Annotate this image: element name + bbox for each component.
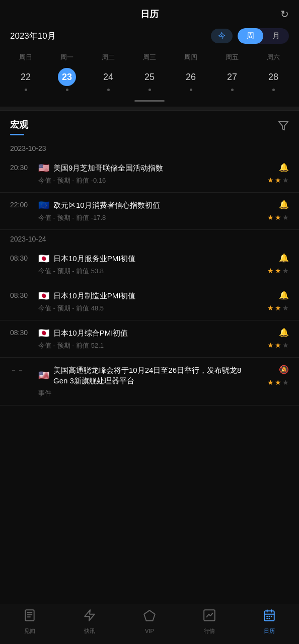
section-title-underline [10,134,24,135]
star-1: ★ [267,176,274,184]
event-time: 08:30 [10,290,32,299]
date-23[interactable]: 23 [46,66,88,93]
event-name: 日本10月服务业PMI初值 [53,253,253,264]
bell-icon[interactable]: 🔔 [279,200,289,209]
week-view-button[interactable]: 周 [238,28,263,44]
svg-marker-0 [279,122,288,130]
scroll-bar [134,100,165,102]
week-day-labels: 周日 周一 周二 周三 周四 周五 周六 [0,49,299,64]
bell-icon[interactable]: 🔔 [279,290,289,300]
month-controls: 今 周 月 [211,28,289,44]
today-button[interactable]: 今 [211,29,233,43]
date-27[interactable]: 27 [211,66,253,93]
star-2: ★ [275,267,281,275]
event-right: 🔔 ★ ★ ★ [259,328,289,349]
month-view-button[interactable]: 月 [263,28,289,44]
event-meta: 今值 - 预期 - 前值 -0.16 [38,176,253,185]
nav-label-market: 行情 [204,627,215,635]
event-body: 🇺🇸 美国9月芝加哥联储全国活动指数 今值 - 预期 - 前值 -0.16 [38,163,253,185]
diamond-icon [143,609,156,625]
event-time: 22:00 [10,200,32,209]
week-dates: 22 23 24 25 26 27 28 [0,64,299,98]
day-label-wed: 周三 [129,51,170,64]
dot-28 [272,89,275,91]
event-name: 日本10月综合PMI初值 [53,328,253,338]
month-label: 2023年10月 [10,30,56,42]
event-body: 🇯🇵 日本10月服务业PMI初值 今值 - 预期 - 前值 53.8 [38,253,253,276]
dot-25 [148,89,151,91]
nav-label-flash: 快讯 [84,627,95,635]
star-1: ★ [267,341,274,349]
date-22[interactable]: 22 [5,66,46,93]
event-meta: 今值 - 预期 - 前值 48.5 [38,304,253,313]
chart-icon [203,609,216,625]
event-right: 🔕 ★ ★ ★ [259,365,289,386]
event-meta: 今值 - 预期 - 前值 -17.8 [38,213,253,222]
date-24[interactable]: 24 [88,66,129,93]
event-name: 美国9月芝加哥联储全国活动指数 [53,163,253,173]
star-3: ★ [282,341,289,349]
event-item[interactable]: 08:30 🇯🇵 日本10月制造业PMI初值 今值 - 预期 - 前值 48.5… [0,283,299,320]
date-28[interactable]: 28 [253,66,294,93]
day-label-thu: 周四 [170,51,211,64]
date-separator-1: 2023-10-23 [0,139,299,155]
view-toggle: 周 月 [238,28,289,44]
date-separator-2: 2023-10-24 [0,230,299,246]
section-header: 宏观 [0,111,299,139]
nav-item-vip[interactable]: VIP [143,609,156,634]
section-title-wrap: 宏观 [10,119,28,135]
bell-icon[interactable]: 🔔 [279,253,289,263]
event-body: 🇺🇸 美国高通骁龙峰会将于10月24日至26日举行，发布骁龙8 Gen 3新旗舰… [38,365,253,398]
nav-item-news[interactable]: 见闻 [23,609,36,635]
event-item[interactable]: －－ 🇺🇸 美国高通骁龙峰会将于10月24日至26日举行，发布骁龙8 Gen 3… [0,358,299,406]
event-meta: 今值 - 预期 - 前值 53.8 [38,267,253,276]
event-item[interactable]: 20:30 🇺🇸 美国9月芝加哥联储全国活动指数 今值 - 预期 - 前值 -0… [0,155,299,193]
star-1: ★ [267,213,274,221]
bell-icon[interactable]: 🔔 [279,163,289,172]
nav-item-market[interactable]: 行情 [203,609,216,635]
star-2: ★ [275,304,281,312]
event-item[interactable]: 08:30 🇯🇵 日本10月服务业PMI初值 今值 - 预期 - 前值 53.8… [0,246,299,283]
star-2: ★ [275,378,281,386]
event-body: 🇯🇵 日本10月综合PMI初值 今值 - 预期 - 前值 52.1 [38,328,253,350]
bottom-nav: 见闻 快讯 VIP 行情 [0,604,299,644]
month-row: 2023年10月 今 周 月 [0,25,299,49]
date-25[interactable]: 25 [129,66,170,93]
refresh-icon[interactable]: ↻ [280,8,289,20]
nav-item-flash[interactable]: 快讯 [83,609,96,635]
filter-icon[interactable] [278,120,289,134]
day-label-sat: 周六 [253,51,294,64]
event-time: －－ [10,365,32,375]
bell-icon[interactable]: 🔔 [279,328,289,337]
star-3: ★ [282,378,289,386]
star-3: ★ [282,267,289,275]
stars: ★ ★ ★ [267,213,289,221]
stars: ★ ★ ★ [267,176,289,184]
bell-icon[interactable]: 🔕 [279,365,289,374]
star-3: ★ [282,304,289,312]
dot-27 [231,89,234,91]
star-1: ★ [267,304,274,312]
calendar-icon [263,609,276,625]
section-divider [0,107,299,111]
flag-eu: 🇪🇺 [38,201,49,210]
nav-item-calendar[interactable]: 日历 [263,609,276,635]
date-26[interactable]: 26 [170,66,211,93]
event-title-row: 🇺🇸 美国9月芝加哥联储全国活动指数 [38,163,253,173]
dot-23 [66,89,68,91]
event-body: 🇪🇺 欧元区10月消费者信心指数初值 今值 - 预期 - 前值 -17.8 [38,200,253,222]
event-right: 🔔 ★ ★ ★ [259,290,289,312]
flag-us: 🇺🇸 [38,164,49,173]
stars: ★ ★ ★ [267,378,289,386]
scroll-indicator [0,98,299,107]
event-name: 欧元区10月消费者信心指数初值 [53,200,253,210]
event-meta: 事件 [38,389,253,398]
day-label-fri: 周五 [211,51,253,64]
star-2: ★ [275,213,281,221]
event-item[interactable]: 22:00 🇪🇺 欧元区10月消费者信心指数初值 今值 - 预期 - 前值 -1… [0,193,299,230]
stars: ★ ★ ★ [267,341,289,349]
stars: ★ ★ ★ [267,304,289,312]
event-item[interactable]: 08:30 🇯🇵 日本10月综合PMI初值 今值 - 预期 - 前值 52.1 … [0,320,299,358]
flag-jp: 🇯🇵 [38,329,49,338]
day-label-sun: 周日 [5,51,46,64]
